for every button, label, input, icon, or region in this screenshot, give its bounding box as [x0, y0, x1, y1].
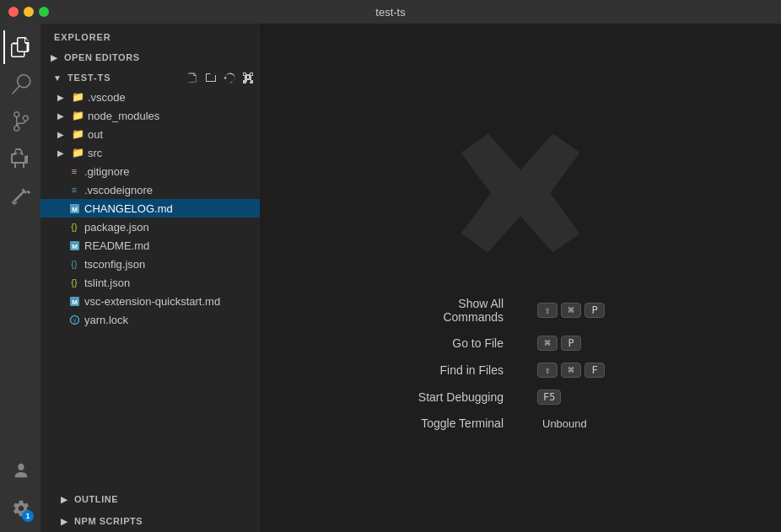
folder-icon: 📁	[71, 146, 84, 159]
close-button[interactable]	[8, 7, 19, 17]
file-tsconfig-label: tsconfig.json	[84, 258, 145, 271]
folder-icon: 📁	[71, 90, 84, 104]
toggle-terminal-keys: Unbound	[537, 416, 626, 431]
file-vsc-quickstart-label: vsc-extension-quickstart.md	[84, 295, 220, 308]
activity-settings[interactable]: 1	[3, 492, 37, 525]
outline-chevron: ▶	[57, 492, 71, 506]
show-all-commands-keys: ⇧ ⌘ P	[537, 303, 626, 318]
activity-files[interactable]	[3, 30, 37, 64]
svg-text:y: y	[73, 317, 76, 324]
start-debugging-label: Start Debugging	[415, 390, 504, 404]
activity-debug[interactable]	[3, 142, 37, 175]
title-bar: test-ts	[0, 0, 781, 24]
shortcut-find-in-files: Find in Files ⇧ ⌘ F	[415, 363, 625, 378]
outline-label: Outline	[74, 494, 118, 504]
main-content: Show All Commands ⇧ ⌘ P Go to File ⌘ P F…	[260, 24, 781, 532]
find-in-files-keys: ⇧ ⌘ F	[537, 363, 626, 378]
vsc-md-icon: M	[67, 294, 81, 308]
npm-chevron: ▶	[57, 514, 71, 528]
file-tslint[interactable]: {} tslint.json	[40, 273, 260, 292]
folder-out[interactable]: ▶ 📁 out	[40, 125, 260, 143]
file-readme-label: README.md	[84, 239, 149, 252]
md-icon: M	[67, 202, 81, 215]
git-icon: ≡	[67, 164, 81, 178]
folder-node-modules[interactable]: ▶ 📁 node_modules	[40, 106, 260, 125]
readme-md-icon: M	[67, 239, 81, 252]
folder-src[interactable]: ▶ 📁 src	[40, 143, 260, 162]
key-f5: F5	[537, 390, 561, 405]
tslint-icon: {}	[67, 276, 81, 289]
test-ts-label: test-ts	[67, 73, 110, 83]
sidebar: Explorer ▶ Open Editors ▼ test-ts	[40, 24, 260, 532]
activity-search[interactable]	[3, 67, 37, 101]
vscode-ignore-icon: ≡	[67, 183, 81, 196]
file-package-json[interactable]: {} package.json	[40, 218, 260, 236]
key-cmd: ⌘	[561, 303, 581, 318]
file-vscodeignore[interactable]: ≡ .vscodeignore	[40, 180, 260, 199]
collapse-all-button[interactable]	[240, 69, 256, 86]
svg-text:M: M	[72, 205, 78, 212]
shortcut-toggle-terminal: Toggle Terminal Unbound	[415, 416, 625, 431]
file-gitignore[interactable]: ≡ .gitignore	[40, 162, 260, 180]
test-ts-chevron: ▼	[51, 71, 64, 84]
go-to-file-label: Go to File	[415, 336, 504, 350]
maximize-button[interactable]	[39, 7, 49, 17]
new-file-button[interactable]	[184, 69, 201, 86]
file-tree: ▶ 📁 .vscode ▶ 📁 node_modules ▶ 📁 out ▶ 📁…	[40, 88, 260, 488]
key-f: F	[584, 363, 605, 378]
file-readme[interactable]: M README.md	[40, 236, 260, 255]
test-ts-section[interactable]: ▼ test-ts	[40, 67, 260, 88]
folder-out-label: out	[88, 128, 103, 141]
outline-section[interactable]: ▶ Outline	[40, 488, 260, 510]
minimize-button[interactable]	[24, 7, 34, 17]
header-actions	[184, 69, 256, 86]
shortcut-go-to-file: Go to File ⌘ P	[415, 336, 625, 351]
key-p: P	[561, 336, 581, 351]
chevron-right-icon: ▶	[54, 127, 67, 141]
svg-text:M: M	[72, 298, 78, 305]
file-vsc-quickstart[interactable]: M vsc-extension-quickstart.md	[40, 292, 260, 310]
shortcuts-container: Show All Commands ⇧ ⌘ P Go to File ⌘ P F…	[415, 297, 625, 431]
activity-bar-bottom: 1	[3, 454, 37, 532]
npm-scripts-label: NPM Scripts	[74, 516, 143, 526]
chevron-right-icon: ▶	[54, 90, 67, 104]
vscode-logo	[453, 126, 588, 263]
shortcut-show-all-commands: Show All Commands ⇧ ⌘ P	[415, 297, 625, 324]
file-yarn-lock[interactable]: y yarn.lock	[40, 310, 260, 329]
activity-account[interactable]	[3, 454, 37, 488]
refresh-button[interactable]	[221, 69, 238, 86]
file-changelog[interactable]: M CHANGELOG.md	[40, 199, 260, 218]
activity-bar: 1	[0, 24, 40, 532]
shortcut-start-debugging: Start Debugging F5	[415, 390, 625, 405]
find-in-files-label: Find in Files	[415, 363, 504, 377]
file-tslint-label: tslint.json	[84, 277, 130, 289]
svg-text:M: M	[72, 242, 78, 250]
folder-vscode-label: .vscode	[88, 91, 126, 104]
start-debugging-keys: F5	[537, 390, 626, 405]
folder-icon: 📁	[71, 109, 84, 122]
key-p: P	[584, 303, 605, 318]
yarn-icon: y	[67, 313, 81, 326]
file-tsconfig[interactable]: {} tsconfig.json	[40, 255, 260, 273]
key-cmd: ⌘	[537, 336, 557, 351]
open-editors-section[interactable]: ▶ Open Editors	[40, 47, 260, 67]
settings-badge: 1	[22, 510, 34, 522]
tsconfig-icon: {}	[67, 257, 81, 271]
activity-extensions[interactable]	[3, 179, 37, 212]
sidebar-bottom-sections: ▶ Outline ▶ NPM Scripts	[40, 488, 260, 532]
file-package-json-label: package.json	[84, 221, 149, 234]
npm-scripts-section[interactable]: ▶ NPM Scripts	[40, 510, 260, 532]
new-folder-button[interactable]	[202, 69, 219, 86]
main-layout: 1 Explorer ▶ Open Editors ▼ test-ts	[0, 24, 781, 532]
file-vscodeignore-label: .vscodeignore	[84, 184, 153, 196]
chevron-right-icon: ▶	[54, 109, 67, 122]
open-editors-chevron: ▶	[47, 51, 61, 64]
open-editors-label: Open Editors	[64, 52, 140, 62]
key-shift: ⇧	[537, 303, 557, 318]
folder-vscode[interactable]: ▶ 📁 .vscode	[40, 88, 260, 106]
folder-node-modules-label: node_modules	[88, 110, 159, 122]
activity-source-control[interactable]	[3, 105, 37, 138]
folder-src-label: src	[88, 147, 102, 159]
key-shift: ⇧	[537, 363, 557, 378]
window-title: test-ts	[375, 6, 405, 19]
